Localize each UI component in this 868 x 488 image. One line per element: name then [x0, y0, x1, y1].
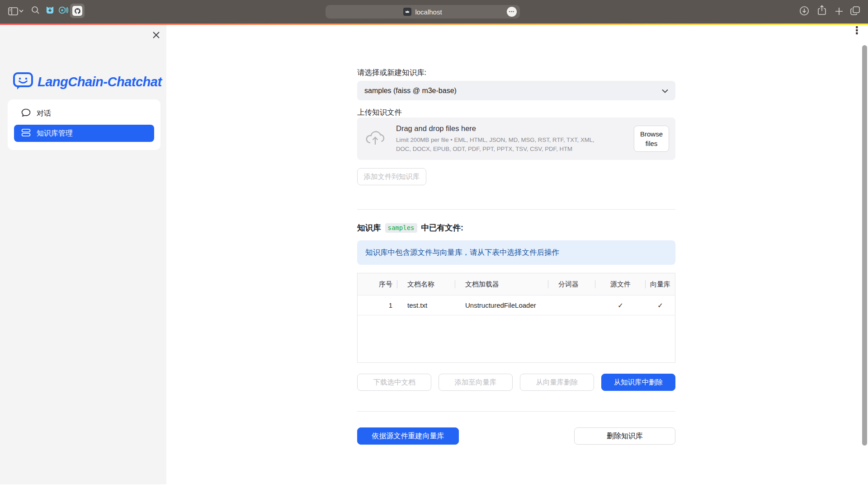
nav-item-label: 知识库管理	[37, 129, 73, 138]
sidebar-chevron-icon[interactable]	[19, 9, 24, 13]
github-icon	[72, 6, 82, 16]
sidebar	[0, 25, 166, 484]
screen: localhost ••• LangChain-Chatchat	[0, 0, 868, 488]
page-menu-icon[interactable]: ⋮	[852, 25, 862, 36]
heading-prefix: 知识库	[357, 222, 381, 233]
nav-item-label: 对话	[37, 109, 51, 118]
delete-from-kb-button[interactable]: 从知识库中删除	[601, 374, 675, 391]
chat-bubble-logo-icon	[13, 71, 33, 93]
nav-item-chat[interactable]: 对话	[14, 105, 154, 122]
col-header-vectorstore: 向量库	[646, 273, 675, 295]
kb-files-heading: 知识库 samples 中已有文件:	[357, 222, 463, 233]
col-header-loader: 文档加载器	[455, 273, 548, 295]
chat-icon	[21, 108, 31, 119]
extension-cat-icon[interactable]	[46, 5, 54, 14]
kb-files-table: 序号 文档名称 文档加载器 分词器 源文件 向量库 1 test.txt Uns…	[357, 273, 675, 363]
divider	[357, 209, 675, 210]
cell-vectorstore-check: ✓	[646, 296, 675, 315]
kb-select-label: 请选择或新建知识库:	[357, 68, 426, 78]
table-header-row: 序号 文档名称 文档加载器 分词器 源文件 向量库	[358, 273, 675, 295]
table-row[interactable]: 1 test.txt UnstructuredFileLoader ✓ ✓	[358, 295, 675, 315]
rebuild-vectorstore-button[interactable]: 依据源文件重建向量库	[357, 427, 459, 445]
add-to-vectorstore-button[interactable]: 添加至向量库	[439, 374, 513, 391]
browse-files-button[interactable]: Browse files	[634, 126, 669, 152]
share-icon[interactable]	[817, 5, 826, 16]
address-url: localhost	[415, 8, 442, 16]
add-files-button[interactable]: 添加文件到知识库	[357, 168, 426, 185]
kb-select-value: samples (faiss @ m3e-base)	[364, 87, 457, 95]
upload-label: 上传知识文件	[357, 108, 402, 117]
nav-item-kb-management[interactable]: 知识库管理	[14, 125, 154, 142]
kb-select[interactable]: samples (faiss @ m3e-base)	[357, 81, 675, 100]
dropzone-text: Drag and drop files here Limit 200MB per…	[396, 124, 634, 154]
sidebar-toggle-icon[interactable]	[8, 7, 18, 16]
download-selected-button[interactable]: 下载选中文档	[357, 374, 431, 391]
col-header-index: 序号	[358, 273, 397, 295]
address-bar[interactable]: localhost •••	[326, 5, 520, 19]
new-tab-icon[interactable]	[835, 7, 844, 16]
delete-kb-button[interactable]: 删除知识库	[574, 427, 675, 445]
divider	[357, 411, 675, 412]
dropzone-title: Drag and drop files here	[396, 124, 634, 133]
knowledge-base-icon	[21, 128, 31, 139]
app-logo-text: LangChain-Chatchat	[38, 75, 162, 89]
info-banner: 知识库中包含源文件与向量库，请从下表中选择文件后操作	[357, 240, 675, 265]
downloads-icon[interactable]	[799, 6, 809, 16]
app-logo: LangChain-Chatchat	[13, 71, 162, 93]
col-header-sourcefile: 源文件	[595, 273, 646, 295]
scrollbar-thumb[interactable]	[862, 45, 867, 446]
kb-name-code: samples	[385, 223, 417, 233]
extension-github-active[interactable]	[70, 4, 85, 18]
address-more-button[interactable]: •••	[507, 7, 517, 17]
dropzone-hint: Limit 200MB per file • EML, HTML, JSON, …	[396, 136, 600, 154]
browser-toolbar: localhost •••	[0, 0, 868, 23]
heading-suffix: 中已有文件:	[421, 222, 463, 233]
remove-from-vectorstore-button[interactable]: 从向量库删除	[520, 374, 594, 391]
search-icon[interactable]	[31, 6, 40, 14]
file-actions: 下载选中文档 添加至向量库 从向量库删除 从知识库中删除	[357, 374, 675, 391]
col-header-splitter: 分词器	[548, 273, 595, 295]
file-dropzone[interactable]: Drag and drop files here Limit 200MB per…	[357, 117, 675, 160]
cell-index: 1	[358, 296, 397, 315]
site-favicon	[403, 8, 411, 16]
cell-sourcefile-check: ✓	[595, 296, 646, 315]
cell-loader: UnstructuredFileLoader	[455, 296, 548, 315]
sidebar-close-icon[interactable]	[150, 29, 162, 41]
extension-reader-icon[interactable]	[58, 6, 68, 14]
tab-overview-icon[interactable]	[850, 6, 860, 16]
cloud-upload-icon	[365, 130, 385, 148]
cell-splitter	[548, 296, 595, 315]
cell-filename: test.txt	[397, 296, 455, 315]
chevron-down-icon	[662, 87, 668, 95]
col-header-filename: 文档名称	[397, 273, 455, 295]
sidebar-nav: 对话 知识库管理	[8, 99, 160, 150]
